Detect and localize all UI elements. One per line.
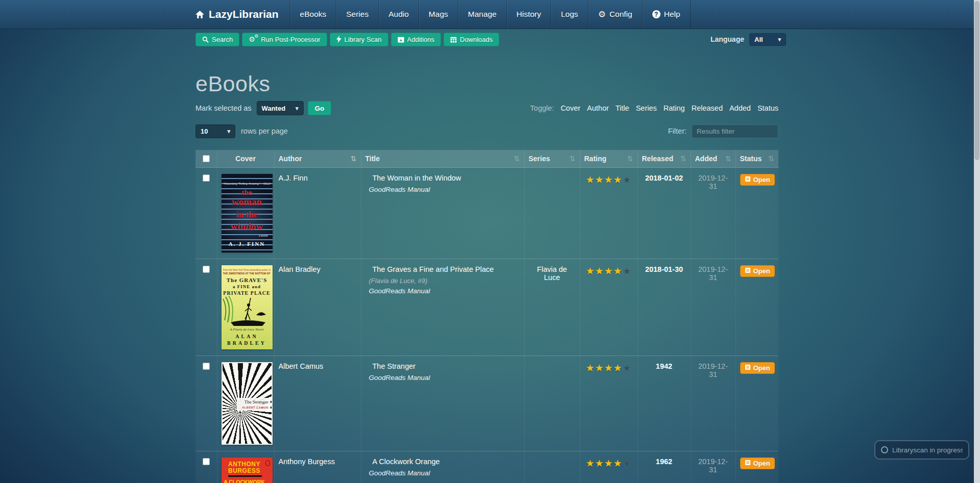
toggle-status[interactable]: Status [757,104,778,112]
author-link[interactable]: Albert Camus [279,362,324,370]
nav-item-mags[interactable]: Mags [419,0,458,29]
star-filled-icon: ★ [614,458,623,469]
toggle-rating[interactable]: Rating [664,104,685,112]
toggle-series[interactable]: Series [636,104,657,112]
book-cover[interactable]: ANTHONY BURGESS A CLOCKWORK ORANGE [222,457,273,483]
button-label: Downloads [460,36,493,43]
released-date: 1962 [638,451,691,483]
toggle-released[interactable]: Released [692,104,723,112]
status-label: Open [753,267,770,275]
source-label: GoodReads Manual [369,186,520,193]
book-cover[interactable]: From the New York Times bestselling auth… [222,265,273,349]
cover-tagline: THE SWEETNESS AT THE BOTTOM OF THE PIE [223,272,271,275]
select-all-checkbox[interactable] [203,155,210,162]
toggle-column-group: Toggle: Cover Author Title Series Rating… [530,104,778,112]
nav-label: Logs [561,10,578,19]
col-header-series[interactable]: Series⇅ [524,150,580,167]
title-link[interactable]: The Woman in the Window [373,174,520,182]
source-label: GoodReads Manual [369,374,520,382]
row-checkbox[interactable] [203,266,210,273]
rating-stars: ★★★★★ [584,174,633,186]
rows-per-page-select[interactable]: 10 ▾ [195,124,235,138]
scrollbar-thumb[interactable] [974,1,979,160]
cover-title-line: a FINE and [222,284,273,289]
star-filled-icon: ★ [595,174,604,185]
additions-button[interactable]: Additions [391,33,441,46]
sort-icon: ⇅ [768,155,774,163]
toggle-cover[interactable]: Cover [560,104,580,112]
language-value: All [754,36,763,43]
cover-author: BURGESS [222,467,267,474]
cover-title-line: in the [222,210,273,220]
open-button[interactable]: Open [740,457,775,469]
series-link[interactable]: Flavia de Luce [537,265,567,282]
mark-status-select[interactable]: Wanted ▾ [257,101,304,115]
run-post-processor-button[interactable]: ⚙⚙ Run Post-Processor [242,33,327,46]
open-button[interactable]: Open [740,174,775,186]
mark-selected-label: Mark selected as [195,104,252,112]
col-header-status[interactable]: Status⇅ [736,150,778,167]
title-link[interactable]: The Stranger [373,362,520,370]
col-header-released[interactable]: Released⇅ [638,150,691,167]
status-label: Open [753,176,770,184]
cover-author: ALAN [222,334,273,339]
toggle-author[interactable]: Author [587,104,609,112]
language-select[interactable]: All ▾ [749,33,786,46]
added-date: 2019-12-31 [691,451,736,483]
results-filter-input[interactable] [692,124,778,138]
row-checkbox[interactable] [203,174,210,182]
calendar-plus-icon [398,36,404,43]
nav-label: Series [346,10,369,19]
book-icon [745,176,751,184]
open-button[interactable]: Open [740,362,775,374]
toggle-label: Toggle: [530,104,554,112]
table-row: ANTHONY BURGESS A CLOCKWORK ORANGE Antho… [195,451,778,483]
go-button[interactable]: Go [308,101,332,115]
col-header-title[interactable]: Title⇅ [361,150,524,167]
open-button[interactable]: Open [740,265,775,277]
star-filled-icon: ★ [614,266,623,276]
title-link[interactable]: The Graves a Fine and Private Place [373,265,520,273]
book-cover[interactable]: The Stranger ALBERT CAMUS [222,362,273,445]
cover-divider [228,475,262,477]
nav-item-logs[interactable]: Logs [551,0,588,29]
col-header-rating[interactable]: Rating⇅ [580,150,638,167]
col-header-added[interactable]: Added⇅ [691,150,736,167]
action-toolbar: Search ⚙⚙ Run Post-Processor Library Sca… [195,32,786,46]
vertical-scrollbar[interactable] [974,0,980,483]
toggle-title[interactable]: Title [616,104,629,112]
star-empty-icon: ★ [623,174,632,185]
table-row: The Stranger ALBERT CAMUS Albert Camus T… [195,355,778,451]
mark-status-value: Wanted [262,105,285,112]
question-circle-icon: ? [652,10,660,18]
app-brand[interactable]: LazyLibrarian [195,0,290,29]
nav-item-config[interactable]: ⚙ Config [588,0,642,29]
star-filled-icon: ★ [585,174,595,185]
cover-title-line: PRIVATE PLACE [222,290,273,296]
nav-label: Manage [468,10,497,19]
nav-item-history[interactable]: History [506,0,551,29]
nav-item-manage[interactable]: Manage [458,0,506,29]
title-link[interactable]: A Clockwork Orange [373,457,520,466]
sort-icon: ⇅ [680,155,687,163]
library-scan-button[interactable]: Library Scan [330,33,388,46]
book-icon [745,460,751,467]
author-link[interactable]: Alan Bradley [279,265,321,273]
col-header-cover[interactable]: Cover [217,150,274,167]
author-link[interactable]: A.J. Finn [279,174,308,182]
downloads-button[interactable]: Downloads [444,33,499,46]
nav-item-audio[interactable]: Audio [378,0,419,29]
nav-item-series[interactable]: Series [336,0,378,29]
toggle-added[interactable]: Added [729,104,751,112]
released-date: 2018-01-02 [638,167,691,259]
nav-item-help[interactable]: ? Help [642,0,691,29]
book-cover[interactable]: "Astounding. Thrilling. Amazing." —GILLI… [222,174,273,252]
row-checkbox[interactable] [203,458,210,465]
row-checkbox[interactable] [203,363,210,370]
search-button[interactable]: Search [195,33,239,46]
author-link[interactable]: Anthony Burgess [279,457,335,466]
col-header-author[interactable]: Author⇅ [274,150,361,167]
nav-item-ebooks[interactable]: eBooks [290,0,336,29]
select-all-header[interactable] [195,150,217,167]
button-label: Library Scan [345,36,382,43]
